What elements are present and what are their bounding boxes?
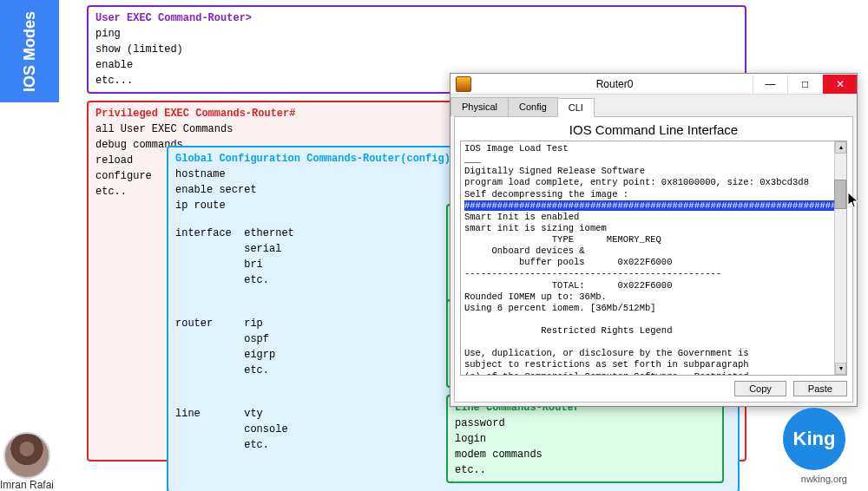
scroll-thumb[interactable] [834, 180, 846, 209]
tabs: Physical Config CLI [450, 95, 857, 116]
cli-pre1: IOS Image Load Test ___ Digitally Signed… [464, 143, 809, 200]
maximize-button[interactable]: □ [787, 75, 822, 94]
scrollbar[interactable]: ▴ ▾ [834, 141, 846, 375]
panel-title: IOS Command Line Interface [460, 122, 847, 137]
cli-output-wrap: IOS Image Load Test ___ Digitally Signed… [460, 141, 847, 376]
copy-button[interactable]: Copy [734, 381, 786, 396]
cursor-icon [848, 193, 858, 208]
author-name: Imran Rafai [0, 479, 54, 491]
close-button[interactable]: ✕ [822, 75, 857, 94]
brand-logo: King [783, 408, 845, 470]
user-exec-title: User EXEC Command-Router> [95, 10, 738, 26]
cli-panel: IOS Command Line Interface IOS Image Loa… [454, 116, 853, 403]
line-box-body: password login modem commands etc.. [455, 416, 715, 478]
line-box: Line Commands-Router password login mode… [446, 395, 724, 483]
sidebar-tab: IOS Modes [0, 0, 59, 102]
cli-highlight: ########################################… [464, 200, 847, 211]
sidebar-title: IOS Modes [21, 10, 39, 91]
tab-cli[interactable]: CLI [557, 98, 595, 117]
window-title: Router0 [477, 78, 753, 90]
tab-physical[interactable]: Physical [450, 97, 509, 116]
scroll-up-icon[interactable]: ▴ [835, 141, 846, 154]
brand-url: nwking.org [801, 474, 847, 484]
app-icon [456, 76, 471, 92]
minimize-button[interactable]: — [753, 75, 787, 94]
tab-config[interactable]: Config [508, 97, 558, 116]
avatar [3, 432, 50, 479]
titlebar[interactable]: Router0 — □ ✕ [450, 74, 857, 95]
button-row: Copy Paste [460, 381, 847, 396]
router0-window: Router0 — □ ✕ Physical Config CLI IOS Co… [450, 73, 858, 407]
scroll-down-icon[interactable]: ▾ [835, 363, 846, 375]
cli-pre2: Smart Init is enabled smart init is sizi… [464, 212, 776, 376]
cli-output[interactable]: IOS Image Load Test ___ Digitally Signed… [461, 141, 846, 376]
paste-button[interactable]: Paste [793, 381, 847, 396]
